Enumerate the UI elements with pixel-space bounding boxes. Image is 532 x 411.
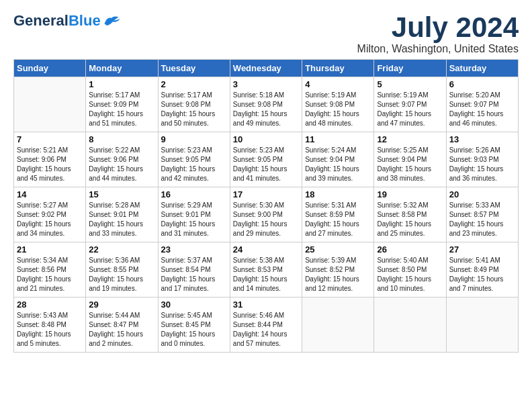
day-detail: Sunrise: 5:45 AM Sunset: 8:45 PM Dayligh… <box>161 311 227 349</box>
day-detail: Sunrise: 5:20 AM Sunset: 9:07 PM Dayligh… <box>449 91 515 128</box>
day-detail: Sunrise: 5:26 AM Sunset: 9:03 PM Dayligh… <box>449 146 515 183</box>
day-detail: Sunrise: 5:17 AM Sunset: 9:09 PM Dayligh… <box>89 91 154 128</box>
calendar-cell <box>14 77 86 132</box>
calendar-cell: 6Sunrise: 5:20 AM Sunset: 9:07 PM Daylig… <box>446 77 518 132</box>
day-number: 23 <box>161 244 227 255</box>
calendar-cell: 24Sunrise: 5:38 AM Sunset: 8:53 PM Dayli… <box>230 242 302 298</box>
calendar-week-5: 28Sunrise: 5:43 AM Sunset: 8:48 PM Dayli… <box>14 298 519 353</box>
header-row: Sunday Monday Tuesday Wednesday Thursday… <box>14 60 519 77</box>
calendar-cell: 20Sunrise: 5:33 AM Sunset: 8:57 PM Dayli… <box>446 187 518 242</box>
calendar-cell: 12Sunrise: 5:25 AM Sunset: 9:04 PM Dayli… <box>374 132 446 187</box>
calendar-week-2: 7Sunrise: 5:21 AM Sunset: 9:06 PM Daylig… <box>14 132 519 187</box>
day-number: 10 <box>233 134 299 144</box>
calendar-cell: 19Sunrise: 5:32 AM Sunset: 8:58 PM Dayli… <box>374 187 446 242</box>
day-number: 25 <box>305 244 371 255</box>
day-number: 22 <box>89 244 154 255</box>
day-detail: Sunrise: 5:43 AM Sunset: 8:48 PM Dayligh… <box>17 311 83 349</box>
day-number: 30 <box>161 300 227 310</box>
day-number: 4 <box>305 79 371 89</box>
calendar-cell: 15Sunrise: 5:28 AM Sunset: 9:01 PM Dayli… <box>86 187 158 242</box>
day-number: 24 <box>233 244 299 255</box>
logo: GeneralBlue <box>13 12 121 30</box>
day-number: 18 <box>305 189 371 199</box>
calendar-cell: 26Sunrise: 5:40 AM Sunset: 8:50 PM Dayli… <box>374 242 446 298</box>
day-detail: Sunrise: 5:31 AM Sunset: 8:59 PM Dayligh… <box>305 201 371 238</box>
day-number: 17 <box>233 189 299 199</box>
calendar-cell: 14Sunrise: 5:27 AM Sunset: 9:02 PM Dayli… <box>14 187 86 242</box>
calendar-cell: 7Sunrise: 5:21 AM Sunset: 9:06 PM Daylig… <box>14 132 86 187</box>
day-number: 29 <box>89 300 154 310</box>
calendar-cell: 23Sunrise: 5:37 AM Sunset: 8:54 PM Dayli… <box>158 242 230 298</box>
day-number: 13 <box>449 134 515 144</box>
day-detail: Sunrise: 5:22 AM Sunset: 9:06 PM Dayligh… <box>89 146 154 183</box>
header: GeneralBlue July 2024 Milton, Washington… <box>13 12 519 55</box>
day-detail: Sunrise: 5:38 AM Sunset: 8:53 PM Dayligh… <box>233 256 299 293</box>
day-number: 2 <box>161 79 227 89</box>
day-number: 16 <box>161 189 227 199</box>
day-detail: Sunrise: 5:28 AM Sunset: 9:01 PM Dayligh… <box>89 201 154 238</box>
day-detail: Sunrise: 5:37 AM Sunset: 8:54 PM Dayligh… <box>161 256 227 293</box>
col-tuesday: Tuesday <box>158 60 230 77</box>
location-title: Milton, Washington, United States <box>357 43 519 55</box>
col-saturday: Saturday <box>446 60 518 77</box>
logo-bird-icon <box>102 14 121 28</box>
day-detail: Sunrise: 5:33 AM Sunset: 8:57 PM Dayligh… <box>449 201 515 238</box>
page: GeneralBlue July 2024 Milton, Washington… <box>0 0 532 359</box>
calendar-cell: 3Sunrise: 5:18 AM Sunset: 9:08 PM Daylig… <box>230 77 302 132</box>
calendar-table: Sunday Monday Tuesday Wednesday Thursday… <box>13 59 519 353</box>
calendar-cell: 10Sunrise: 5:23 AM Sunset: 9:05 PM Dayli… <box>230 132 302 187</box>
day-number: 1 <box>89 79 154 89</box>
calendar-cell: 30Sunrise: 5:45 AM Sunset: 8:45 PM Dayli… <box>158 298 230 353</box>
day-detail: Sunrise: 5:36 AM Sunset: 8:55 PM Dayligh… <box>89 256 154 293</box>
calendar-cell: 31Sunrise: 5:46 AM Sunset: 8:44 PM Dayli… <box>230 298 302 353</box>
calendar-cell: 5Sunrise: 5:19 AM Sunset: 9:07 PM Daylig… <box>374 77 446 132</box>
day-number: 8 <box>89 134 154 144</box>
day-number: 12 <box>377 134 443 144</box>
day-detail: Sunrise: 5:40 AM Sunset: 8:50 PM Dayligh… <box>377 256 443 293</box>
day-number: 19 <box>377 189 443 199</box>
calendar-cell: 27Sunrise: 5:41 AM Sunset: 8:49 PM Dayli… <box>446 242 518 298</box>
day-detail: Sunrise: 5:23 AM Sunset: 9:05 PM Dayligh… <box>161 146 227 183</box>
calendar-cell: 29Sunrise: 5:44 AM Sunset: 8:47 PM Dayli… <box>86 298 158 353</box>
day-number: 31 <box>233 300 299 310</box>
day-detail: Sunrise: 5:19 AM Sunset: 9:08 PM Dayligh… <box>305 91 371 128</box>
col-friday: Friday <box>374 60 446 77</box>
day-detail: Sunrise: 5:17 AM Sunset: 9:08 PM Dayligh… <box>161 91 227 128</box>
calendar-cell: 21Sunrise: 5:34 AM Sunset: 8:56 PM Dayli… <box>14 242 86 298</box>
calendar-week-4: 21Sunrise: 5:34 AM Sunset: 8:56 PM Dayli… <box>14 242 519 298</box>
logo-general: GeneralBlue <box>13 12 101 30</box>
day-number: 20 <box>449 189 515 199</box>
day-detail: Sunrise: 5:29 AM Sunset: 9:01 PM Dayligh… <box>161 201 227 238</box>
day-detail: Sunrise: 5:19 AM Sunset: 9:07 PM Dayligh… <box>377 91 443 128</box>
calendar-cell: 22Sunrise: 5:36 AM Sunset: 8:55 PM Dayli… <box>86 242 158 298</box>
day-number: 14 <box>17 189 83 199</box>
col-sunday: Sunday <box>14 60 86 77</box>
day-number: 9 <box>161 134 227 144</box>
title-area: July 2024 Milton, Washington, United Sta… <box>357 12 519 55</box>
day-number: 5 <box>377 79 443 89</box>
day-number: 11 <box>305 134 371 144</box>
calendar-cell: 17Sunrise: 5:30 AM Sunset: 9:00 PM Dayli… <box>230 187 302 242</box>
day-detail: Sunrise: 5:30 AM Sunset: 9:00 PM Dayligh… <box>233 201 299 238</box>
calendar-cell <box>302 298 374 353</box>
day-number: 21 <box>17 244 83 255</box>
day-number: 15 <box>89 189 154 199</box>
day-detail: Sunrise: 5:41 AM Sunset: 8:49 PM Dayligh… <box>449 256 515 293</box>
calendar-cell: 16Sunrise: 5:29 AM Sunset: 9:01 PM Dayli… <box>158 187 230 242</box>
calendar-cell: 25Sunrise: 5:39 AM Sunset: 8:52 PM Dayli… <box>302 242 374 298</box>
calendar-cell: 1Sunrise: 5:17 AM Sunset: 9:09 PM Daylig… <box>86 77 158 132</box>
day-detail: Sunrise: 5:24 AM Sunset: 9:04 PM Dayligh… <box>305 146 371 183</box>
day-number: 26 <box>377 244 443 255</box>
calendar-week-3: 14Sunrise: 5:27 AM Sunset: 9:02 PM Dayli… <box>14 187 519 242</box>
logo-text: GeneralBlue <box>13 12 121 30</box>
day-number: 27 <box>449 244 515 255</box>
day-detail: Sunrise: 5:25 AM Sunset: 9:04 PM Dayligh… <box>377 146 443 183</box>
calendar-cell <box>446 298 518 353</box>
day-detail: Sunrise: 5:23 AM Sunset: 9:05 PM Dayligh… <box>233 146 299 183</box>
col-wednesday: Wednesday <box>230 60 302 77</box>
col-thursday: Thursday <box>302 60 374 77</box>
month-title: July 2024 <box>357 12 519 43</box>
day-detail: Sunrise: 5:46 AM Sunset: 8:44 PM Dayligh… <box>233 311 299 349</box>
day-detail: Sunrise: 5:34 AM Sunset: 8:56 PM Dayligh… <box>17 256 83 293</box>
day-detail: Sunrise: 5:21 AM Sunset: 9:06 PM Dayligh… <box>17 146 83 183</box>
